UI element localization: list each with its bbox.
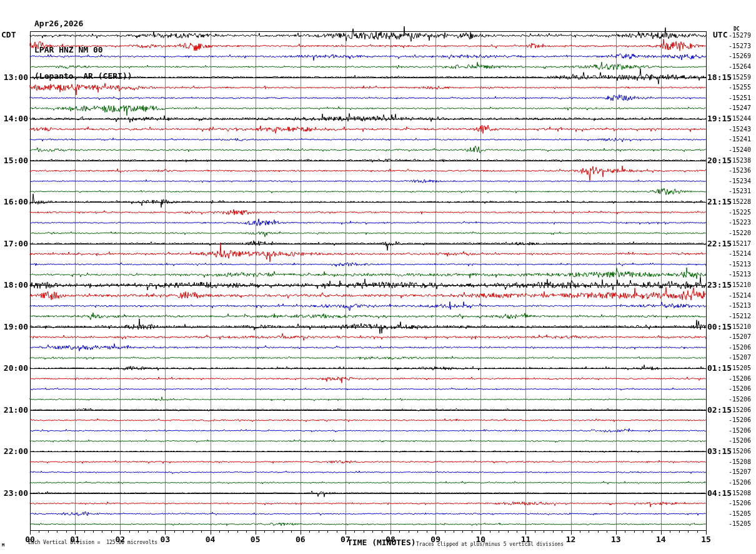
- dc-offset-value: -15207: [729, 354, 751, 361]
- dc-offset-value: -15214: [729, 292, 751, 299]
- dc-offset-value: -15244: [729, 115, 751, 122]
- dc-offset-value: -15225: [729, 209, 751, 216]
- dc-offset-value: -15234: [729, 178, 751, 184]
- dc-offset-value: -15247: [729, 104, 751, 111]
- x-tick-label: 13: [607, 535, 625, 544]
- left-time-label: 22:00: [0, 446, 28, 456]
- left-time-label: 17:00: [0, 239, 28, 249]
- dc-offset-value: -15220: [729, 229, 751, 236]
- left-time-label: 19:00: [0, 322, 28, 332]
- dc-offset-value: -15206: [729, 385, 751, 392]
- dc-offset-value: -15210: [729, 323, 751, 330]
- dc-label: DC: [734, 26, 740, 32]
- dc-offset-value: -15231: [729, 188, 751, 194]
- left-time-label: 23:00: [0, 488, 28, 498]
- header-station: LPAR HNZ NM 00: [34, 46, 132, 54]
- dc-offset-value: -15206: [729, 479, 751, 486]
- dc-offset-value: -15206: [729, 406, 751, 413]
- x-tick-label: 14: [652, 535, 670, 544]
- dc-offset-value: -15206: [729, 416, 751, 423]
- dc-offset-value: -15217: [729, 240, 751, 247]
- dc-offset-value: -15207: [729, 333, 751, 340]
- dc-offset-value: -15212: [729, 313, 751, 320]
- header-date: Apr26,2026: [34, 19, 132, 28]
- right-timezone-label: UTC: [713, 30, 727, 39]
- dc-offset-value: -15205: [729, 510, 751, 517]
- dc-offset-value: -15206: [729, 344, 751, 351]
- dc-offset-value: -15264: [729, 63, 751, 70]
- x-tick-label: 05: [246, 535, 265, 544]
- dc-offset-value: -15206: [729, 427, 751, 434]
- dc-offset-value: -15236: [729, 167, 751, 174]
- dc-offset-value: -15213: [729, 302, 751, 309]
- dc-offset-value: -15273: [729, 43, 751, 49]
- corner-mark: M: [2, 543, 4, 548]
- dc-offset-value: -15206: [729, 396, 751, 403]
- vertical-division-note: Each Vertical Division = 125.00 microvol…: [28, 540, 157, 545]
- dc-offset-value: -15208: [729, 490, 751, 496]
- dc-offset-value: -15206: [729, 448, 751, 455]
- dc-offset-value: -15206: [729, 375, 751, 382]
- dc-offset-value: -15213: [729, 261, 751, 268]
- x-tick-label: 06: [291, 535, 310, 544]
- left-time-label: 14:00: [0, 114, 28, 124]
- dc-offset-value: -15207: [729, 468, 751, 475]
- x-tick-label: 04: [201, 535, 220, 544]
- left-time-label: 13:00: [0, 73, 28, 83]
- dc-offset-value: -15259: [729, 74, 751, 81]
- dc-offset-value: -15255: [729, 84, 751, 91]
- dc-offset-value: -15251: [729, 94, 751, 101]
- x-tick-label: 03: [156, 535, 174, 544]
- dc-offset-value: -15223: [729, 219, 751, 226]
- x-axis-title: TIME (MINUTES): [347, 538, 416, 547]
- dc-offset-value: -15279: [729, 32, 751, 39]
- dc-offset-value: -15241: [729, 136, 751, 143]
- clip-note: Traces clipped at plus/minus 5 vertical …: [416, 541, 564, 547]
- dc-offset-value: -15206: [729, 500, 751, 506]
- dc-offset-value: -15205: [729, 520, 751, 527]
- dc-offset-value: -15238: [729, 157, 751, 164]
- left-timezone-label: CDT: [1, 30, 16, 39]
- dc-offset-value: -15208: [729, 458, 751, 465]
- dc-offset-value: -15214: [729, 250, 751, 257]
- plot-header: Apr26,2026 LPAR HNZ NM 00 (Lepanto, AR (…: [34, 2, 132, 98]
- header-location: (Lepanto, AR (CERI)): [34, 72, 132, 81]
- x-tick-label: 15: [697, 535, 715, 544]
- dc-offset-value: -15213: [729, 271, 751, 278]
- x-tick-label: 12: [562, 535, 580, 544]
- dc-offset-value: -15210: [729, 281, 751, 288]
- left-time-label: 21:00: [0, 405, 28, 415]
- left-time-label: 20:00: [0, 363, 28, 373]
- dc-offset-value: -15206: [729, 437, 751, 444]
- left-time-label: 18:00: [0, 280, 28, 290]
- dc-offset-value: -15240: [729, 146, 751, 153]
- dc-offset-value: -15228: [729, 198, 751, 205]
- dc-offset-value: -15205: [729, 365, 751, 371]
- helicorder-page: Apr26,2026 LPAR HNZ NM 00 (Lepanto, AR (…: [0, 0, 756, 554]
- dc-offset-value: -15269: [729, 53, 751, 59]
- left-time-label: 16:00: [0, 197, 28, 207]
- left-time-label: 15:00: [0, 156, 28, 166]
- dc-offset-value: -15243: [729, 126, 751, 133]
